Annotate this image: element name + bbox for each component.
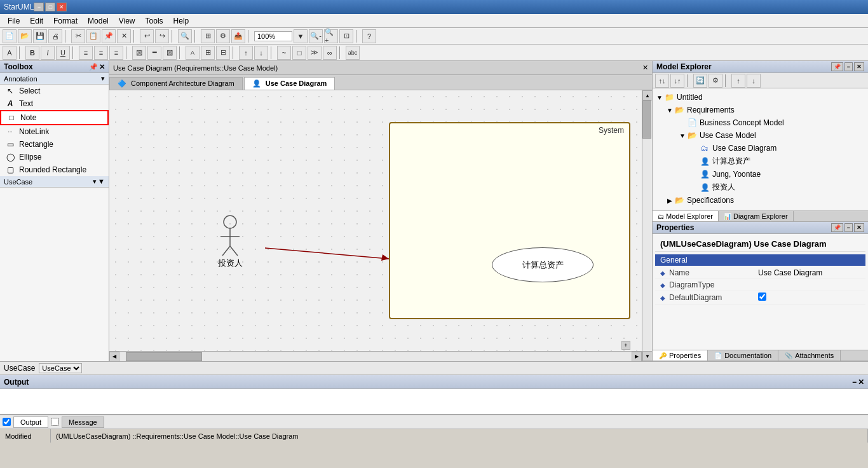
actor-container[interactable]: 投资人 (217, 214, 243, 269)
v-scrollbar[interactable]: ▲ ▼ (642, 90, 652, 361)
format-extra3[interactable]: ∞ (323, 46, 337, 60)
expand-jung[interactable] (691, 170, 700, 179)
menu-file[interactable]: File (3, 15, 25, 27)
system-boundary[interactable]: System 计算总资产 (389, 122, 630, 319)
output-minimize-icon[interactable]: − (852, 378, 857, 387)
props-close-btn[interactable]: ✕ (854, 223, 864, 232)
vscroll-up-btn[interactable]: ▲ (642, 90, 652, 100)
tool-note[interactable]: □ Note (0, 110, 109, 125)
tree-item-calc[interactable]: 👤 计算总资产 (653, 155, 868, 168)
toolbox-section-annotation[interactable]: Annotation ▾ (0, 73, 109, 85)
menu-model[interactable]: Model (83, 15, 114, 27)
tree-item-requirements[interactable]: ▼ 📂 Requirements (653, 104, 868, 116)
hscroll-left-btn[interactable]: ◀ (109, 352, 119, 362)
print-btn[interactable]: 🖨 (48, 29, 62, 43)
vscroll-track[interactable] (642, 100, 652, 351)
vscroll-down-btn[interactable]: ▼ (642, 351, 652, 361)
expand-requirements[interactable]: ▼ (665, 106, 674, 114)
help-btn[interactable]: ? (362, 29, 376, 43)
copy-btn[interactable]: 📋 (86, 29, 100, 43)
ungroup-btn[interactable]: ⊟ (216, 46, 230, 60)
tool-rounded-rect[interactable]: ▢ Rounded Rectangle (0, 163, 109, 176)
tab-model-explorer[interactable]: 🗂 Model Explorer (653, 211, 719, 221)
tree-item-investor[interactable]: 👤 投资人 (653, 181, 868, 194)
usecase-dropdown-icon[interactable]: ▼ (98, 177, 105, 186)
output-close-icon[interactable]: ✕ (858, 378, 864, 387)
cut-btn[interactable]: ✂ (71, 29, 85, 43)
menu-tools[interactable]: Tools (140, 15, 168, 27)
me-down-btn[interactable]: ↓ (747, 74, 761, 88)
canvas-corner-btn[interactable]: + (621, 341, 630, 350)
tab-properties[interactable]: 🔑 Properties (653, 350, 708, 361)
tab-attachments[interactable]: 📎 Attachments (778, 350, 841, 361)
output-checkbox[interactable] (3, 418, 11, 426)
format-extra2[interactable]: ≫ (308, 46, 322, 60)
minimize-btn[interactable]: − (34, 3, 44, 11)
align-center-btn[interactable]: ≡ (94, 46, 108, 60)
tool-notelink[interactable]: ··· NoteLink (0, 125, 109, 138)
font-color-btn[interactable]: A (186, 46, 200, 60)
tree-item-specs[interactable]: ▶ 📂 Specifications (653, 194, 868, 207)
expand-specs[interactable]: ▶ (665, 196, 674, 205)
expand-bcm[interactable] (678, 118, 687, 127)
zoom-input[interactable]: 100% (254, 31, 292, 41)
delete-btn[interactable]: ✕ (117, 29, 131, 43)
tree-item-bcm[interactable]: 📄 Business Concept Model (653, 116, 868, 129)
zoom-out-btn[interactable]: 🔍- (309, 29, 323, 43)
tree-item-jung[interactable]: 👤 Jung, Yoontae (653, 168, 868, 181)
expand-ucd[interactable] (691, 144, 700, 153)
new-btn[interactable]: 📄 (3, 29, 17, 43)
h-scrollbar[interactable]: ◀ ▶ (109, 351, 642, 361)
me-close-btn[interactable]: ✕ (854, 62, 864, 71)
zoom-in-btn[interactable]: 🔍+ (324, 29, 338, 43)
font-btn[interactable]: A (3, 46, 17, 60)
tool-text[interactable]: A Text (0, 97, 109, 110)
menu-edit[interactable]: Edit (25, 15, 48, 27)
find-btn[interactable]: 🔍 (178, 29, 192, 43)
tab-usecase[interactable]: 👤 Use Case Diagram (244, 77, 336, 90)
underline-btn[interactable]: U (56, 46, 70, 60)
save-btn[interactable]: 💾 (33, 29, 47, 43)
format-extra4[interactable]: abc (346, 46, 360, 60)
align-right-btn[interactable]: ≡ (109, 46, 123, 60)
me-up-btn[interactable]: ↑ (731, 74, 745, 88)
group-btn[interactable]: ⊞ (201, 46, 215, 60)
tab-diagram-explorer[interactable]: 📊 Diagram Explorer (719, 211, 794, 221)
toolbox-pin-icon[interactable]: 📌 (89, 63, 98, 71)
tree-item-ucd[interactable]: 🗂 Use Case Diagram (653, 142, 868, 155)
expand-calc[interactable] (691, 157, 700, 166)
hscroll-track[interactable] (119, 352, 632, 361)
paste-btn[interactable]: 📌 (102, 29, 116, 43)
default-diagram-checkbox[interactable] (758, 292, 766, 301)
zoom-dropdown[interactable]: ▼ (294, 29, 308, 43)
bold-btn[interactable]: B (25, 46, 39, 60)
me-sort-desc-btn[interactable]: ↓↑ (670, 74, 684, 88)
move-back-btn[interactable]: ↓ (254, 46, 268, 60)
move-front-btn[interactable]: ↑ (239, 46, 253, 60)
format-extra1[interactable]: □ (292, 46, 306, 60)
menu-format[interactable]: Format (48, 15, 83, 27)
hscroll-right-btn[interactable]: ▶ (632, 352, 642, 362)
me-refresh-btn[interactable]: 🔄 (693, 74, 707, 88)
diagram-canvas[interactable]: System 计算总资产 (109, 90, 642, 351)
me-gear-btn[interactable]: ⚙ (709, 74, 722, 88)
menu-view[interactable]: View (114, 15, 140, 27)
expand-untitled[interactable]: ▼ (655, 93, 664, 102)
tab-component[interactable]: 🔷 Component Architecture Diagram (109, 77, 243, 90)
tree-item-ucm[interactable]: ▼ 📂 Use Case Model (653, 129, 868, 142)
export-btn[interactable]: 📤 (231, 29, 245, 43)
italic-btn[interactable]: I (41, 46, 55, 60)
expand-ucm[interactable]: ▼ (678, 131, 687, 140)
undo-btn[interactable]: ↩ (140, 29, 154, 43)
me-sort-asc-btn[interactable]: ↑↓ (655, 74, 669, 88)
tool-ellipse[interactable]: ◯ Ellipse (0, 151, 109, 163)
shadow-btn[interactable]: ▨ (163, 46, 177, 60)
expand-investor[interactable] (691, 183, 700, 192)
toolbox-section-usecase[interactable]: UseCase ▾ ▼ (0, 176, 109, 188)
tool-rectangle[interactable]: ▭ Rectangle (0, 138, 109, 151)
tab-output[interactable]: Output (13, 416, 48, 428)
props-minimize-btn[interactable]: − (844, 223, 853, 232)
toolbox-close-icon[interactable]: ✕ (99, 63, 105, 71)
use-case-ellipse[interactable]: 计算总资产 (492, 247, 593, 282)
hscroll-thumb[interactable] (126, 352, 202, 361)
